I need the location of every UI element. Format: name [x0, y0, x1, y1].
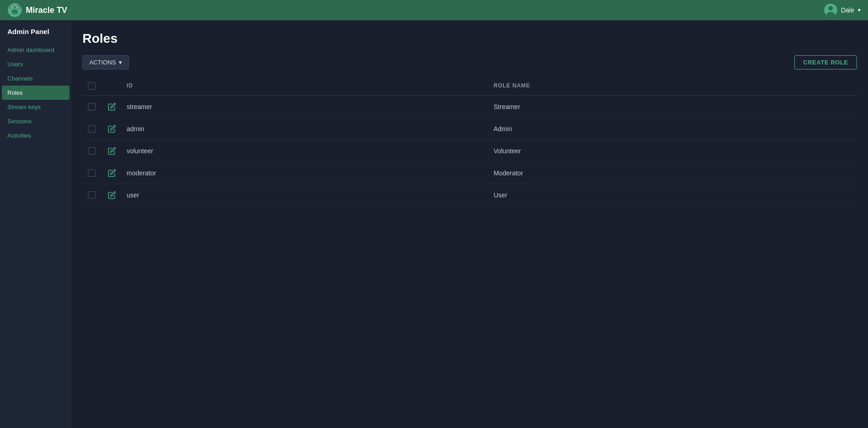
user-name: Dale	[841, 6, 854, 14]
sidebar-item-stream-keys[interactable]: Stream keys	[0, 100, 71, 114]
svg-point-9	[828, 6, 833, 11]
table-row: moderator Moderator	[82, 162, 857, 184]
logo-icon	[7, 3, 22, 17]
edit-icon[interactable]	[108, 103, 116, 111]
top-nav: Miracle TV Dale ▾	[0, 0, 868, 20]
user-menu[interactable]: Dale ▾	[824, 4, 861, 17]
table-row: user User	[82, 184, 857, 206]
app-title: Miracle TV	[26, 6, 67, 15]
row-checkbox-cell	[82, 168, 101, 179]
toolbar: ACTIONS ▾ CREATE ROLE	[82, 55, 857, 69]
row-role-name: Streamer	[490, 101, 857, 112]
row-edit-cell[interactable]	[101, 123, 123, 135]
row-id: user	[123, 190, 490, 201]
svg-point-5	[12, 7, 12, 8]
sidebar-item-sessions[interactable]: Sessions	[0, 114, 71, 128]
actions-label: ACTIONS	[89, 59, 116, 66]
page-title: Roles	[82, 31, 857, 46]
svg-point-6	[17, 7, 18, 8]
th-edit	[101, 81, 123, 92]
row-checkbox-cell	[82, 123, 101, 134]
th-role-name: ROLE NAME	[490, 81, 857, 92]
th-id: ID	[123, 81, 490, 92]
row-checkbox-cell	[82, 101, 101, 112]
row-edit-cell[interactable]	[101, 189, 123, 201]
sidebar-item-users[interactable]: Users	[0, 57, 71, 71]
sidebar-item-admin-dashboard[interactable]: Admin dashboard	[0, 43, 71, 57]
sidebar: Admin Panel Admin dashboard Users Channe…	[0, 20, 71, 428]
table-row: admin Admin	[82, 118, 857, 140]
row-role-name: Moderator	[490, 168, 857, 179]
sidebar-item-activities[interactable]: Activities	[0, 128, 71, 143]
row-checkbox[interactable]	[88, 191, 95, 199]
edit-icon[interactable]	[108, 147, 116, 155]
row-id: admin	[123, 123, 490, 134]
table-row: streamer Streamer	[82, 96, 857, 118]
roles-table: ID ROLE NAME streamer Streamer	[82, 77, 857, 206]
nav-brand: Miracle TV	[7, 3, 67, 17]
sidebar-panel-title: Admin Panel	[0, 28, 71, 43]
main-content: Roles ACTIONS ▾ CREATE ROLE ID ROLE NAME	[71, 20, 868, 428]
th-checkbox	[82, 81, 101, 92]
row-edit-cell[interactable]	[101, 167, 123, 179]
row-checkbox-cell	[82, 145, 101, 156]
row-id: moderator	[123, 168, 490, 179]
edit-icon[interactable]	[108, 125, 116, 133]
actions-button[interactable]: ACTIONS ▾	[82, 55, 129, 69]
main-layout: Admin Panel Admin dashboard Users Channe…	[0, 20, 868, 428]
create-role-button[interactable]: CREATE ROLE	[794, 55, 857, 69]
edit-icon[interactable]	[108, 191, 116, 199]
row-checkbox[interactable]	[88, 125, 95, 133]
chevron-down-icon: ▾	[858, 7, 861, 13]
row-role-name: Volunteer	[490, 145, 857, 156]
sidebar-item-roles[interactable]: Roles	[2, 86, 70, 100]
row-checkbox[interactable]	[88, 103, 95, 110]
edit-icon[interactable]	[108, 169, 116, 177]
row-edit-cell[interactable]	[101, 145, 123, 157]
row-role-name: User	[490, 190, 857, 201]
avatar	[824, 4, 837, 17]
select-all-checkbox[interactable]	[88, 82, 95, 90]
row-role-name: Admin	[490, 123, 857, 134]
table-row: volunteer Volunteer	[82, 140, 857, 162]
sidebar-item-channels[interactable]: Channels	[0, 71, 71, 86]
row-checkbox-cell	[82, 190, 101, 201]
row-checkbox[interactable]	[88, 169, 95, 177]
actions-chevron-icon: ▾	[119, 59, 122, 66]
row-id: volunteer	[123, 145, 490, 156]
row-edit-cell[interactable]	[101, 101, 123, 113]
row-checkbox[interactable]	[88, 147, 95, 155]
table-header: ID ROLE NAME	[82, 77, 857, 96]
row-id: streamer	[123, 101, 490, 112]
